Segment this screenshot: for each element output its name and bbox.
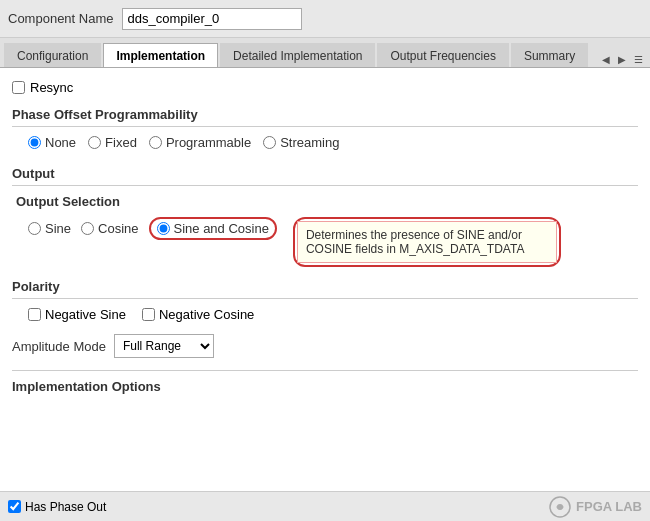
fpga-lab-icon — [548, 495, 572, 519]
tab-menu-icon[interactable]: ☰ — [630, 51, 646, 67]
output-selection-subsection: Output Selection Sine Cosine — [12, 194, 638, 267]
resync-label: Resync — [30, 80, 73, 95]
component-name-label: Component Name — [8, 11, 114, 26]
tab-configuration[interactable]: Configuration — [4, 43, 101, 67]
top-bar: Component Name — [0, 0, 650, 38]
resync-row: Resync — [12, 76, 638, 95]
tab-summary[interactable]: Summary — [511, 43, 588, 67]
output-radio-group: Sine Cosine Sine and Cosine — [28, 217, 277, 240]
phase-offset-radio-group: None Fixed Programmable Streaming — [12, 135, 638, 150]
implementation-options-title: Implementation Options — [12, 370, 638, 394]
output-option-cosine[interactable]: Cosine — [81, 221, 138, 236]
tab-implementation[interactable]: Implementation — [103, 43, 218, 67]
amplitude-mode-select[interactable]: Full Range Unit Circle — [114, 334, 214, 358]
tab-nav-arrows: ◀ ▶ ☰ — [598, 51, 646, 67]
has-phase-out-label: Has Phase Out — [25, 500, 106, 514]
resync-checkbox[interactable] — [12, 81, 25, 94]
tab-next-arrow[interactable]: ▶ — [614, 51, 630, 67]
output-radio-sine-and-cosine[interactable] — [157, 222, 170, 235]
phase-option-fixed[interactable]: Fixed — [88, 135, 137, 150]
output-title: Output — [12, 166, 638, 186]
main-container: Component Name Configuration Implementat… — [0, 0, 650, 521]
output-selection-row: Sine Cosine Sine and Cosine — [12, 217, 638, 267]
phase-radio-none[interactable] — [28, 136, 41, 149]
phase-radio-fixed[interactable] — [88, 136, 101, 149]
has-phase-out-checkbox[interactable] — [8, 500, 21, 513]
output-radio-cosine[interactable] — [81, 222, 94, 235]
output-section: Output Output Selection Sine Cosine — [12, 166, 638, 358]
amplitude-mode-label: Amplitude Mode — [12, 339, 106, 354]
negative-sine-checkbox[interactable] — [28, 308, 41, 321]
content-wrapper: Resync Phase Offset Programmability None… — [0, 68, 650, 491]
info-box-wrapper: Determines the presence of SINE and/or C… — [293, 217, 561, 267]
phase-radio-programmable[interactable] — [149, 136, 162, 149]
phase-option-none[interactable]: None — [28, 135, 76, 150]
phase-radio-streaming[interactable] — [263, 136, 276, 149]
negative-cosine-checkbox[interactable] — [142, 308, 155, 321]
phase-offset-section: Phase Offset Programmability None Fixed … — [12, 107, 638, 150]
polarity-negative-cosine[interactable]: Negative Cosine — [142, 307, 254, 322]
scrollable-content[interactable]: Resync Phase Offset Programmability None… — [0, 68, 650, 491]
info-box-text: Determines the presence of SINE and/or C… — [306, 228, 525, 256]
output-radio-sine[interactable] — [28, 222, 41, 235]
output-selection-title: Output Selection — [12, 194, 638, 209]
phase-option-streaming[interactable]: Streaming — [263, 135, 339, 150]
polarity-checkbox-group: Negative Sine Negative Cosine — [12, 307, 638, 322]
amplitude-mode-row: Amplitude Mode Full Range Unit Circle — [12, 334, 638, 358]
tab-prev-arrow[interactable]: ◀ — [598, 51, 614, 67]
bottom-bar: Has Phase Out FPGA LAB — [0, 491, 650, 521]
watermark: FPGA LAB — [548, 495, 642, 519]
polarity-section: Polarity Negative Sine Negative Cosine — [12, 279, 638, 322]
tab-detailed-implementation[interactable]: Detailed Implementation — [220, 43, 375, 67]
negative-cosine-label: Negative Cosine — [159, 307, 254, 322]
polarity-title: Polarity — [12, 279, 638, 299]
phase-offset-title: Phase Offset Programmability — [12, 107, 638, 127]
svg-point-1 — [557, 504, 563, 510]
tab-bar: Configuration Implementation Detailed Im… — [0, 38, 650, 68]
negative-sine-label: Negative Sine — [45, 307, 126, 322]
watermark-text: FPGA LAB — [576, 499, 642, 514]
info-box: Determines the presence of SINE and/or C… — [297, 221, 557, 263]
tab-output-frequencies[interactable]: Output Frequencies — [377, 43, 508, 67]
polarity-negative-sine[interactable]: Negative Sine — [28, 307, 126, 322]
has-phase-out-row: Has Phase Out — [8, 500, 106, 514]
phase-option-programmable[interactable]: Programmable — [149, 135, 251, 150]
component-name-input[interactable] — [122, 8, 302, 30]
output-option-sine[interactable]: Sine — [28, 221, 71, 236]
output-option-sine-and-cosine[interactable]: Sine and Cosine — [149, 217, 277, 240]
